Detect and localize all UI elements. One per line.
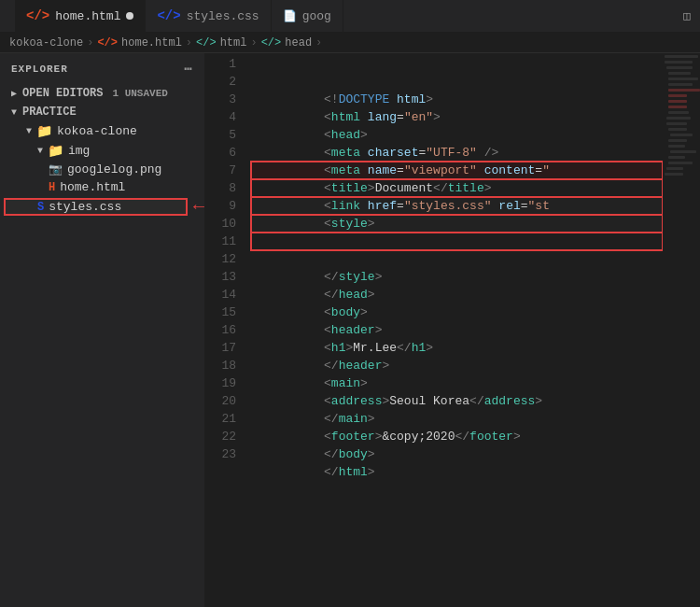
line-num-19: 19 (205, 374, 247, 392)
line-num-20: 20 (205, 392, 247, 410)
svg-rect-3 (668, 72, 691, 75)
arrow-open-icon: ▼ (26, 126, 32, 136)
line-num-13: 13 (205, 268, 247, 286)
arrow-down-icon: ▼ (11, 107, 17, 118)
layout-icon: ◫ (683, 8, 691, 23)
tab-home-html-label: home.html (55, 9, 120, 23)
breadcrumb-part-html: home.html (121, 36, 182, 49)
tree-item-kokoa-clone[interactable]: ▼ 📁 kokoa-clone (4, 121, 204, 141)
html-file-icon: H (49, 181, 55, 194)
line-num-23: 23 (205, 445, 247, 463)
line-num-1: 1 (205, 55, 247, 73)
svg-rect-15 (668, 139, 687, 142)
tree-label-img: img (68, 144, 90, 158)
tree-label-styles-css: styles.css (49, 200, 121, 214)
svg-rect-20 (666, 167, 683, 170)
line-numbers: 1 2 3 4 5 6 7 8 9 10 11 12 13 14 15 16 1… (205, 53, 247, 607)
breadcrumb-sep-3: › (250, 36, 257, 49)
tree-label-googlelog: googlelog.png (67, 162, 161, 176)
svg-rect-13 (668, 128, 687, 131)
file-tree: ▼ 📁 kokoa-clone ▼ 📁 img 📷 googlelog.png … (0, 121, 204, 218)
folder-icon-img: 📁 (48, 143, 63, 159)
tab-home-html[interactable]: </> home.html (15, 0, 146, 32)
svg-rect-2 (666, 66, 693, 69)
line-num-15: 15 (205, 304, 247, 321)
tree-item-styles-row: S styles.css ← (4, 196, 204, 218)
breadcrumb-part-kokoa: kokoa-clone (9, 36, 83, 49)
css-file-icon: S (37, 201, 44, 214)
breadcrumb-part-html-text: html (220, 36, 247, 49)
arrow-pointer-icon: ← (193, 196, 204, 218)
line-num-12: 12 (205, 250, 247, 268)
code-area[interactable]: <!DOCTYPE html> <html lang="en"> <head> … (247, 53, 663, 607)
tab-goog-label: goog (302, 9, 331, 23)
line-num-22: 22 (205, 428, 247, 445)
code-line-1: <!DOCTYPE html> (251, 55, 663, 73)
tab-bar: </> home.html </> styles.css 📄 goog ◫ (0, 0, 700, 33)
svg-rect-21 (665, 173, 683, 176)
breadcrumb-part-head-text: head (285, 36, 312, 49)
svg-rect-1 (665, 61, 693, 64)
tab-bar-left (0, 0, 15, 32)
svg-rect-14 (670, 134, 693, 136)
editor: 1 2 3 4 5 6 7 8 9 10 11 12 13 14 15 16 1… (205, 53, 700, 607)
tab-goog[interactable]: 📄 goog (272, 0, 343, 32)
tree-item-styles-css[interactable]: S styles.css (4, 198, 188, 216)
line-num-17: 17 (205, 339, 247, 357)
breadcrumb-part-head-tag: </> (261, 36, 282, 49)
svg-rect-12 (666, 122, 687, 125)
svg-rect-9 (668, 106, 687, 108)
line-num-21: 21 (205, 410, 247, 428)
css-icon: </> (157, 8, 180, 23)
svg-rect-18 (668, 156, 685, 159)
line-num-7: 7 (205, 162, 247, 179)
section-open-editors[interactable]: ▶ OPEN EDITORS 1 UNSAVED (0, 84, 204, 103)
file-icon: 📄 (283, 9, 297, 23)
svg-rect-0 (665, 55, 698, 58)
svg-rect-7 (668, 94, 687, 97)
line-num-9: 9 (205, 197, 247, 215)
breadcrumb-part-html-tag: </> (196, 36, 217, 49)
html-icon: </> (26, 8, 49, 23)
svg-rect-11 (666, 117, 691, 120)
line-num-16: 16 (205, 321, 247, 339)
tree-item-homehtml[interactable]: H home.html (4, 178, 204, 196)
svg-rect-5 (668, 83, 693, 86)
line-num-4: 4 (205, 108, 247, 126)
tab-styles-css[interactable]: </> styles.css (146, 0, 271, 32)
breadcrumb: kokoa-clone › </> home.html › </> html ›… (0, 33, 700, 53)
svg-rect-8 (668, 100, 687, 103)
line-num-6: 6 (205, 144, 247, 162)
minimap (663, 53, 700, 607)
svg-rect-4 (668, 78, 698, 80)
tree-item-img[interactable]: ▼ 📁 img (4, 141, 204, 161)
breadcrumb-sep-4: › (315, 36, 322, 49)
svg-rect-17 (670, 150, 696, 153)
tree-label-homehtml: home.html (60, 180, 125, 194)
line-num-14: 14 (205, 286, 247, 304)
sidebar-title-label: EXPLORER (11, 64, 68, 75)
line-num-8: 8 (205, 179, 247, 197)
svg-rect-6 (668, 89, 700, 92)
arrow-open-icon-img: ▼ (37, 146, 43, 156)
svg-rect-16 (668, 145, 685, 148)
img-file-icon: 📷 (49, 162, 63, 176)
line-num-2: 2 (205, 73, 247, 91)
sidebar: EXPLORER ⋯ ▶ OPEN EDITORS 1 UNSAVED ▼ PR… (0, 53, 205, 607)
section-practice[interactable]: ▼ PRACTICE (0, 103, 204, 121)
svg-rect-10 (668, 111, 689, 114)
tree-item-googlelog[interactable]: 📷 googlelog.png (4, 161, 204, 178)
main-layout: EXPLORER ⋯ ▶ OPEN EDITORS 1 UNSAVED ▼ PR… (0, 53, 700, 607)
unsaved-badge: 1 UNSAVED (112, 88, 167, 99)
breadcrumb-sep-1: › (87, 36, 93, 49)
sidebar-header-icons: ⋯ (185, 61, 193, 77)
line-num-18: 18 (205, 357, 247, 374)
breadcrumb-html-icon: </> (97, 36, 118, 49)
line-num-5: 5 (205, 126, 247, 144)
folder-icon: 📁 (36, 123, 52, 139)
sidebar-title: EXPLORER ⋯ (0, 53, 204, 84)
ellipsis-icon[interactable]: ⋯ (185, 61, 193, 77)
tab-styles-css-label: styles.css (187, 9, 259, 23)
breadcrumb-sep-2: › (186, 36, 192, 49)
section-open-editors-label: OPEN EDITORS (22, 87, 103, 100)
